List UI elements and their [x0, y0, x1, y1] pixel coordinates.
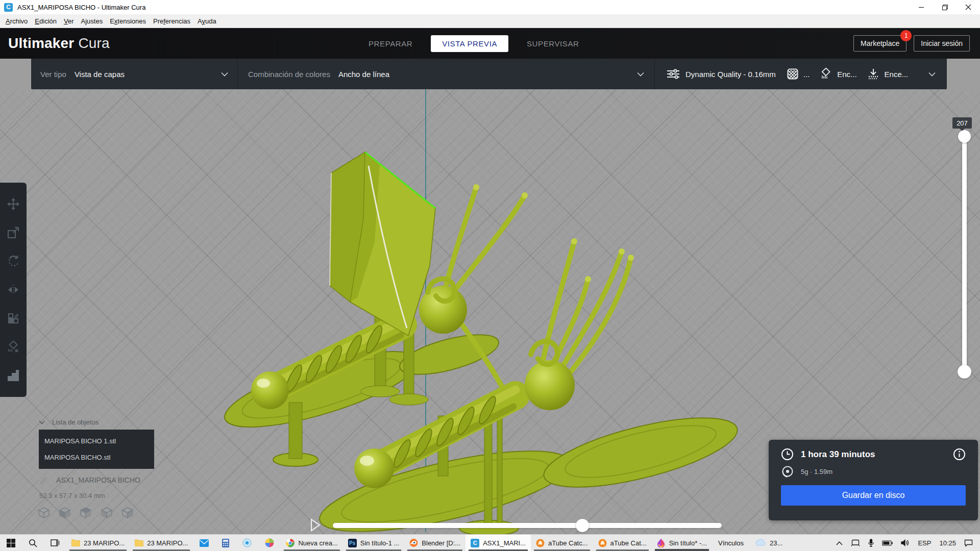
sliders-icon: [666, 68, 680, 80]
chevron-down-icon: [221, 69, 228, 79]
menu-edicion[interactable]: Edición: [31, 15, 60, 27]
per-model-settings-button[interactable]: [6, 311, 21, 326]
view-front-icon[interactable]: [59, 507, 71, 519]
cloud-icon: [755, 538, 766, 547]
restore-button[interactable]: [933, 0, 957, 14]
atube-icon: [598, 539, 607, 547]
view-right-icon[interactable]: [121, 507, 134, 519]
layer-slider-top-handle[interactable]: [958, 130, 971, 143]
microphone-icon[interactable]: [864, 535, 878, 551]
rotate-tool-button[interactable]: [6, 254, 21, 269]
folder-icon: [135, 539, 143, 547]
marketplace-badge: 1: [900, 30, 912, 41]
close-button[interactable]: [957, 0, 980, 14]
menu-archivo[interactable]: Archivo: [2, 15, 31, 27]
folder-icon: [71, 539, 80, 547]
camera-view-presets: [38, 507, 134, 519]
keyboard-language[interactable]: ESP: [914, 535, 935, 551]
clock-icon: [781, 448, 794, 461]
support-blocker-button[interactable]: [6, 339, 21, 355]
start-button[interactable]: [0, 535, 22, 551]
cura-window: C ASX1_MARIPOSA BICHO - Ultimaker Cura A…: [0, 0, 980, 551]
profile-value: Dynamic Quality - 0.16mm: [685, 70, 776, 79]
project-name-row[interactable]: ASX1_MARIPOSA BICHO: [40, 476, 140, 484]
mirror-tool-button[interactable]: [6, 282, 21, 297]
model-dimensions: 52.3 x 57.7 x 30.4 mm: [39, 492, 105, 499]
clock-time[interactable]: 10:25: [935, 535, 960, 551]
app-header: Ultimaker Cura PREPARAR VISTA PREVIA SUP…: [0, 28, 980, 59]
search-icon[interactable]: [22, 535, 44, 551]
chrome-icon: [286, 539, 295, 547]
task-view-button[interactable]: [44, 535, 66, 551]
print-settings-summary[interactable]: Dynamic Quality - 0.16mm ... Enc... Ence…: [654, 59, 947, 89]
menubar: Archivo Edición Ver Ajustes Extensiones …: [0, 14, 980, 28]
menu-ver[interactable]: Ver: [60, 15, 78, 27]
tab-preparar[interactable]: PREPARAR: [357, 35, 424, 52]
simulation-timeline-handle[interactable]: [576, 519, 589, 532]
color-scheme-dropdown[interactable]: Combinación de colores Ancho de línea: [237, 59, 654, 89]
links-toolbar-label[interactable]: Vínculos: [712, 535, 750, 551]
marketplace-button[interactable]: Marketplace1: [853, 35, 906, 52]
material-usage: 5g · 1.59m: [801, 468, 832, 475]
battery-icon[interactable]: [878, 535, 897, 551]
color-scheme-label: Combinación de colores: [248, 70, 330, 79]
taskbar-atube-2[interactable]: aTube Cat...: [593, 535, 652, 551]
object-list-header[interactable]: Lista de objetos: [39, 418, 99, 426]
save-to-disk-button[interactable]: Guardar en disco: [781, 485, 966, 506]
tab-vista-previa[interactable]: VISTA PREVIA: [431, 35, 508, 52]
taskbar-photoshop[interactable]: Ps Sin título-1 ...: [343, 535, 405, 551]
print-time-estimate: 1 hora 39 minutos: [801, 449, 875, 460]
taskbar-cura-active[interactable]: C ASX1_MARI...: [465, 535, 531, 551]
info-icon[interactable]: [953, 448, 966, 461]
view-type-dropdown[interactable]: Ver tipo Vista de capas: [31, 59, 237, 89]
taskbar-atube-1[interactable]: aTube Catc...: [531, 535, 593, 551]
media-app-icon[interactable]: [236, 535, 258, 551]
tray-expand-chevron-icon[interactable]: [832, 535, 847, 551]
infill-icon: [787, 68, 798, 80]
notification-center-icon[interactable]: [960, 535, 980, 551]
layer-slider-bottom-handle[interactable]: [958, 365, 971, 379]
menu-extensiones[interactable]: Extensiones: [106, 15, 150, 27]
calculator-icon[interactable]: [215, 535, 236, 551]
taskbar-folder-2[interactable]: 23 MARIPO...: [130, 535, 193, 551]
cura-app-icon: C: [4, 3, 13, 12]
cura-icon: C: [471, 539, 479, 547]
view-3d-icon[interactable]: [38, 507, 50, 519]
tab-supervisar[interactable]: SUPERVISAR: [516, 35, 590, 52]
view-left-icon[interactable]: [101, 507, 113, 519]
move-tool-button[interactable]: [6, 196, 21, 212]
menu-preferencias[interactable]: Preferencias: [150, 15, 194, 27]
adhesion-value: Ence...: [885, 70, 909, 79]
menu-ajustes[interactable]: Ajustes: [78, 15, 107, 27]
layer-slider-track[interactable]: [962, 135, 967, 372]
view-top-icon[interactable]: [80, 507, 92, 519]
taskbar-chrome[interactable]: Nueva crea...: [281, 535, 342, 551]
object-list-item[interactable]: MARIPOSA BICHO.stl: [39, 452, 154, 463]
sign-in-button[interactable]: Iniciar sesión: [914, 35, 970, 52]
object-list-panel: MARIPOSA BICHO 1.stl MARIPOSA BICHO.stl: [39, 430, 154, 469]
atube-icon: [536, 539, 545, 547]
filament-spool-icon: [781, 465, 794, 478]
stairs-icon[interactable]: [6, 368, 21, 383]
color-scheme-value: Ancho de línea: [338, 70, 389, 79]
photos-app-icon[interactable]: [258, 535, 281, 551]
taskbar-blender[interactable]: Blender [D:...: [404, 535, 465, 551]
view-type-value: Vista de capas: [75, 70, 125, 79]
left-tool-panel: [0, 183, 27, 397]
mail-icon[interactable]: [193, 535, 215, 551]
scale-tool-button[interactable]: [6, 225, 21, 240]
object-list-title: Lista de objetos: [52, 418, 99, 426]
menu-ayuda[interactable]: Ayuda: [194, 15, 220, 27]
object-list-item[interactable]: MARIPOSA BICHO 1.stl: [39, 435, 154, 447]
screen-cast-icon[interactable]: [847, 535, 864, 551]
taskbar-paint[interactable]: Sin título* -...: [652, 535, 712, 551]
viewport-3d[interactable]: 207 Lista de objetos MARIPOSA BICHO 1.st…: [0, 89, 980, 534]
taskbar-folder-1[interactable]: 23 MARIPO...: [66, 535, 130, 551]
onedrive-item[interactable]: 23...: [750, 535, 788, 551]
simulation-timeline-track[interactable]: [333, 523, 722, 528]
minimize-button[interactable]: [910, 0, 933, 14]
play-simulation-button[interactable]: [310, 518, 323, 532]
speaker-icon[interactable]: [897, 535, 914, 551]
stage-toolbar: Ver tipo Vista de capas Combinación de c…: [31, 59, 947, 89]
stage-tabs: PREPARAR VISTA PREVIA SUPERVISAR: [357, 28, 590, 59]
